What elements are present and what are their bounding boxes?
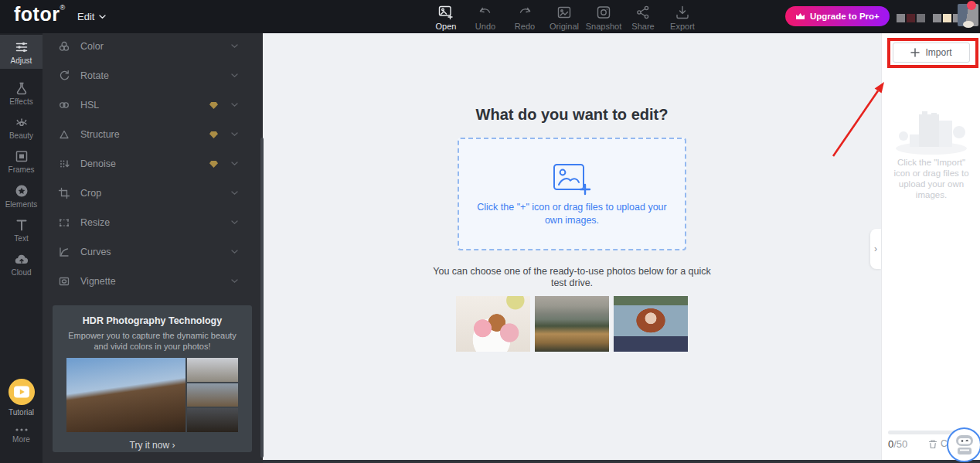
hdr-exposure-dark xyxy=(187,408,238,432)
upgrade-label: Upgrade to Pro+ xyxy=(810,12,880,21)
pro-gem-icon xyxy=(209,101,219,110)
chevron-down-icon xyxy=(231,44,238,49)
panel-row-hsl[interactable]: HSL xyxy=(43,91,263,119)
snapshot-camera-icon xyxy=(595,4,612,21)
more-button[interactable]: More xyxy=(0,424,43,444)
promo-description: Empower you to capture the dynamic beaut… xyxy=(65,330,240,352)
undo-label: Undo xyxy=(475,22,495,31)
panel-row-color[interactable]: Color xyxy=(43,32,263,60)
logo-text: fotor xyxy=(14,3,60,25)
panel-row-structure[interactable]: Structure xyxy=(43,121,263,148)
elements-label: Elements xyxy=(5,200,38,209)
sidebar-item-elements[interactable]: Elements xyxy=(0,179,43,213)
original-label: Original xyxy=(550,22,579,31)
undo-icon xyxy=(477,4,494,21)
more-label: More xyxy=(12,435,30,444)
share-icon xyxy=(635,4,652,21)
panel-scrollbar[interactable] xyxy=(260,138,264,458)
original-button[interactable]: Original xyxy=(551,4,577,31)
notification-badge xyxy=(967,1,976,10)
sample-photo-mountains[interactable] xyxy=(535,296,609,352)
crown-icon xyxy=(795,12,805,20)
rotate-icon xyxy=(58,70,70,82)
chevron-down-icon xyxy=(231,103,238,107)
chevron-down-icon xyxy=(99,15,106,19)
tutorial-play-icon xyxy=(9,379,35,405)
hdr-exposure-light xyxy=(187,358,238,382)
panel-row-curves[interactable]: Curves xyxy=(43,238,263,266)
snapshot-button[interactable]: Snapshot xyxy=(590,4,617,31)
panel-collapse-handle[interactable]: › xyxy=(870,229,881,269)
resize-icon xyxy=(58,216,70,229)
support-chatbot-button[interactable] xyxy=(947,427,980,462)
curves-label: Curves xyxy=(80,247,111,257)
empty-tray-hint: Click the "Import" icon or drag files to… xyxy=(888,157,975,200)
tool-rail: Adjust Effects Beauty Frames Elements Te… xyxy=(0,33,43,463)
import-label: Import xyxy=(925,47,951,58)
redo-button[interactable]: Redo xyxy=(512,4,538,31)
robot-mascot-icon xyxy=(952,433,977,458)
main-canvas-area: What do you want to edit? Click the "+" … xyxy=(263,33,881,463)
beauty-label: Beauty xyxy=(9,131,33,140)
panel-row-vignette[interactable]: Vignette xyxy=(43,267,263,295)
panel-row-rotate[interactable]: Rotate xyxy=(43,62,263,90)
effects-flask-icon xyxy=(14,80,29,96)
fotor-logo[interactable]: fotor® xyxy=(14,3,66,26)
sidebar-item-effects[interactable]: Effects xyxy=(0,76,43,110)
text-icon xyxy=(14,217,29,233)
text-label: Text xyxy=(14,234,28,243)
sidebar-item-adjust[interactable]: Adjust xyxy=(0,35,43,69)
edit-menu[interactable]: Edit xyxy=(77,11,106,22)
open-button[interactable]: Open xyxy=(433,4,459,31)
open-image-icon xyxy=(437,4,454,21)
bottom-edge-strip xyxy=(263,460,980,463)
curves-icon xyxy=(58,246,70,258)
sidebar-item-text[interactable]: Text xyxy=(0,213,43,247)
beauty-eye-icon xyxy=(14,114,29,130)
sidebar-item-cloud[interactable]: Cloud xyxy=(0,247,43,281)
undo-button[interactable]: Undo xyxy=(472,4,499,31)
edit-menu-label: Edit xyxy=(77,11,94,22)
tutorial-label: Tutorial xyxy=(9,408,34,417)
chevron-down-icon xyxy=(231,73,238,78)
chevron-down-icon xyxy=(231,191,238,196)
resize-label: Resize xyxy=(80,217,110,228)
upload-hint-text: Click the "+" icon or drag files to uplo… xyxy=(473,201,671,227)
pro-gem-icon xyxy=(209,160,219,169)
avatar-face xyxy=(963,21,974,28)
sidebar-item-beauty[interactable]: Beauty xyxy=(0,110,43,144)
share-button[interactable]: Share xyxy=(630,4,656,31)
elements-star-icon xyxy=(14,183,29,199)
chevron-down-icon xyxy=(231,162,238,166)
export-label: Export xyxy=(670,22,695,31)
upgrade-to-pro-button[interactable]: Upgrade to Pro+ xyxy=(785,6,890,26)
tray-counter: 0/50 xyxy=(888,438,907,450)
upload-dropzone[interactable]: Click the "+" icon or drag files to uplo… xyxy=(458,138,686,250)
sidebar-item-frames[interactable]: Frames xyxy=(0,144,43,178)
cloud-label: Cloud xyxy=(11,268,31,277)
effects-label: Effects xyxy=(9,97,32,106)
sample-photo-portrait[interactable] xyxy=(614,296,688,352)
sample-photo-donuts[interactable] xyxy=(456,296,530,352)
tutorial-button[interactable]: Tutorial xyxy=(0,379,43,417)
plus-icon xyxy=(910,48,920,57)
adjust-label: Adjust xyxy=(11,56,32,65)
color-icon xyxy=(58,40,70,53)
chevron-down-icon xyxy=(231,250,238,254)
adjust-panel: Color Rotate HSL Structure Denoise Crop … xyxy=(43,33,263,463)
denoise-icon xyxy=(58,158,70,170)
hdr-main-photo xyxy=(66,358,185,432)
adjust-sliders-icon xyxy=(14,39,29,55)
color-label: Color xyxy=(80,41,104,52)
chevron-down-icon xyxy=(231,132,238,137)
try-it-now-link[interactable]: Try it now › xyxy=(53,440,252,451)
denoise-label: Denoise xyxy=(80,158,116,169)
panel-row-denoise[interactable]: Denoise xyxy=(43,150,263,178)
vignette-label: Vignette xyxy=(80,276,116,287)
panel-row-crop[interactable]: Crop xyxy=(43,179,263,207)
panel-row-resize[interactable]: Resize xyxy=(43,209,263,237)
import-button[interactable]: Import xyxy=(893,43,970,63)
export-button[interactable]: Export xyxy=(669,4,696,31)
hsl-label: HSL xyxy=(80,100,99,111)
frames-icon xyxy=(14,148,29,164)
